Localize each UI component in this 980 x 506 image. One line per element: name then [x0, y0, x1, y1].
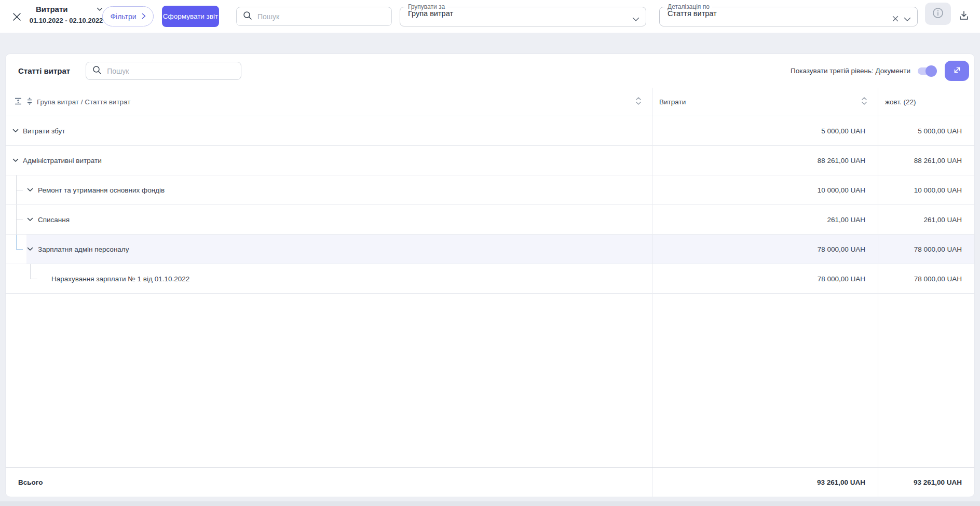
tree-connector: [16, 190, 23, 190]
expense-items-panel: Статті витрат Показувати третій рівень: …: [5, 53, 975, 497]
total-expenses-value: 93 261,00 UAH: [652, 468, 878, 497]
table-empty-area: [6, 294, 974, 467]
detail-by-value: Стаття витрат: [660, 9, 917, 18]
column-header-tree[interactable]: Група витрат / Стаття витрат: [37, 98, 131, 106]
download-button[interactable]: [955, 7, 973, 25]
fullscreen-button[interactable]: [945, 61, 969, 81]
detail-by-select[interactable]: Деталізація по Стаття витрат: [659, 3, 918, 26]
row-label: Списання: [38, 216, 70, 224]
row-month-value: 5 000,00 UAH: [878, 116, 974, 145]
row-month-value: 10 000,00 UAH: [878, 175, 974, 204]
chevron-down-icon[interactable]: [12, 157, 19, 164]
chevron-down-icon[interactable]: [12, 127, 19, 134]
table-row[interactable]: Адміністративні витрати 88 261,00 UAH 88…: [6, 146, 974, 175]
chevron-down-icon[interactable]: [97, 4, 103, 13]
expand-rows-icon[interactable]: [25, 97, 34, 107]
table-row[interactable]: Списання 261,00 UAH 261,00 UAH: [6, 205, 974, 235]
tree-connector: [16, 220, 23, 220]
column-header-month[interactable]: жовт. (22): [885, 98, 916, 106]
tree-connector: [30, 264, 31, 279]
filters-button[interactable]: Фільтри: [102, 6, 154, 26]
row-month-value: 261,00 UAH: [878, 205, 974, 234]
download-icon: [958, 10, 970, 23]
tree-connector: [30, 279, 37, 279]
search-icon: [243, 11, 252, 22]
row-label: Адміністративні витрати: [23, 157, 102, 165]
sort-icon[interactable]: [861, 97, 867, 107]
search-input[interactable]: [257, 12, 385, 21]
chevron-right-icon: [142, 12, 146, 21]
top-toolbar: Витрати 01.10.2022 - 02.10.2022 Фільтри …: [0, 0, 980, 33]
row-month-value: 78 000,00 UAH: [878, 264, 974, 293]
table-row[interactable]: Ремонт та утримання основних фондів 10 0…: [6, 175, 974, 205]
report-title-block[interactable]: Витрати 01.10.2022 - 02.10.2022: [29, 4, 104, 24]
panel-title: Статті витрат: [18, 66, 70, 75]
page-title: Витрати: [36, 5, 67, 13]
tree-connector-active: [16, 235, 17, 249]
table-footer-row: Всього 93 261,00 UAH 93 261,00 UAH: [6, 467, 974, 497]
row-expenses-value: 88 261,00 UAH: [652, 146, 878, 175]
chevron-down-icon[interactable]: [26, 245, 34, 253]
window-bottom-edge: [0, 501, 980, 506]
column-header-expenses[interactable]: Витрати: [659, 98, 686, 106]
close-icon[interactable]: [11, 11, 22, 22]
table-row-selected[interactable]: Зарплатня адмін персоналу 78 000,00 UAH …: [6, 235, 974, 264]
date-range: 01.10.2022 - 02.10.2022: [29, 17, 104, 24]
panel-search[interactable]: [86, 62, 241, 80]
row-expenses-value: 78 000,00 UAH: [652, 264, 878, 293]
row-expenses-value: 78 000,00 UAH: [652, 235, 878, 264]
tree-connector-active: [16, 249, 23, 250]
chevron-down-icon[interactable]: [904, 15, 911, 24]
table-header-row: Група витрат / Стаття витрат Витрати жов…: [6, 88, 974, 116]
third-level-toggle-label: Показувати третій рівень: Документи: [791, 67, 910, 75]
generate-report-button[interactable]: Сформувати звіт: [162, 6, 219, 27]
row-label: Витрати збут: [23, 127, 65, 135]
panel-search-input[interactable]: [107, 67, 235, 75]
total-month-value: 93 261,00 UAH: [878, 468, 974, 497]
chevron-down-icon[interactable]: [26, 216, 34, 223]
table-row-document[interactable]: Нарахування зарплати № 1 від 01.10.2022 …: [6, 264, 974, 294]
table-row[interactable]: Витрати збут 5 000,00 UAH 5 000,00 UAH: [6, 116, 974, 146]
row-expenses-value: 10 000,00 UAH: [652, 175, 878, 204]
group-by-value: Група витрат: [400, 9, 646, 18]
row-label: Зарплатня адмін персоналу: [38, 245, 129, 253]
info-button[interactable]: [925, 3, 951, 25]
sort-icon[interactable]: [635, 97, 642, 107]
row-month-value: 78 000,00 UAH: [878, 235, 974, 264]
row-label: Ремонт та утримання основних фондів: [38, 186, 165, 194]
chevron-down-icon[interactable]: [26, 186, 34, 194]
clear-icon[interactable]: [892, 15, 899, 24]
row-label: Нарахування зарплати № 1 від 01.10.2022: [51, 275, 189, 283]
toggle-knob: [925, 65, 937, 77]
collapse-rows-icon[interactable]: [14, 97, 22, 107]
chevron-down-icon[interactable]: [632, 15, 639, 24]
search-icon: [92, 65, 102, 77]
info-icon: [932, 7, 944, 20]
row-month-value: 88 261,00 UAH: [878, 146, 974, 175]
panel-toolbar: Статті витрат Показувати третій рівень: …: [6, 54, 974, 88]
group-by-select[interactable]: Групувати за Група витрат: [400, 3, 646, 26]
expand-icon: [952, 65, 962, 77]
total-label: Всього: [6, 468, 652, 497]
expenses-table: Група витрат / Стаття витрат Витрати жов…: [6, 88, 974, 497]
global-search[interactable]: [236, 7, 392, 26]
row-expenses-value: 5 000,00 UAH: [652, 116, 878, 145]
row-expenses-value: 261,00 UAH: [652, 205, 878, 234]
third-level-toggle[interactable]: [918, 67, 935, 75]
